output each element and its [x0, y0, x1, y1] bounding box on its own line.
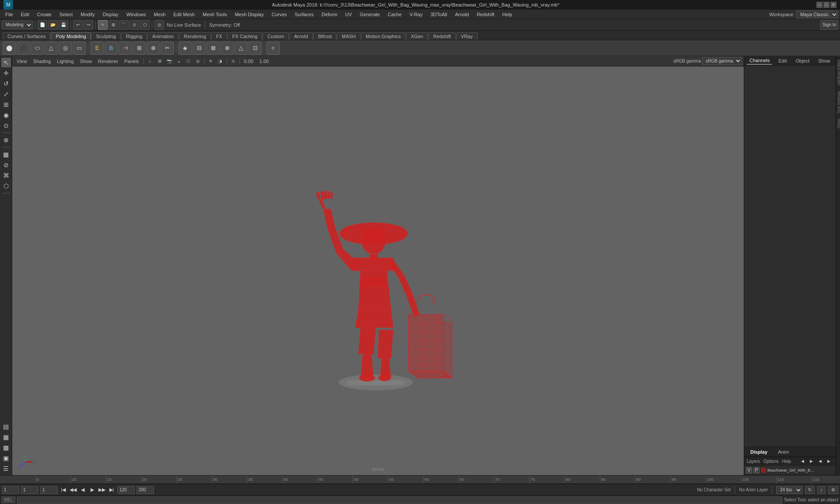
step-back-button[interactable]: ◀◀ [69, 486, 77, 494]
node-editor-lt[interactable]: ▦ [1, 432, 11, 442]
menu-cache[interactable]: Cache [384, 11, 405, 18]
shelf-icon-subdivide[interactable]: ⊟ [192, 42, 206, 55]
frame-range-end[interactable] [136, 486, 154, 494]
rotate-tool-lt[interactable]: ↺ [1, 79, 11, 88]
sign-in-button[interactable]: Sign In [820, 20, 838, 30]
shelf-tab-redshift[interactable]: Redshift [428, 32, 455, 40]
snap-together-lt[interactable]: ⊗ [1, 135, 11, 145]
snap-point-button[interactable]: ⊙ [130, 20, 139, 30]
vp-menu-show[interactable]: Show [77, 58, 95, 65]
make-live-button[interactable]: ◎ [154, 20, 164, 30]
ch-tab-channels[interactable]: Channels [747, 57, 772, 65]
da-tab-anim[interactable]: Anim [774, 448, 792, 455]
shelf-icon-extrude[interactable]: E [91, 42, 104, 55]
step-forward-button[interactable]: ▶▶ [98, 486, 106, 494]
shelf-icon-boolean[interactable]: ⊗ [220, 42, 234, 55]
shelf-icon-triangulate[interactable]: △ [234, 42, 248, 55]
timeline-settings-btn[interactable]: ⚙ [828, 486, 838, 494]
vp-shadow-btn[interactable]: ◑ [216, 57, 225, 65]
current-frame[interactable] [21, 486, 38, 494]
menu-generate[interactable]: Generate [356, 11, 383, 18]
vp-menu-view[interactable]: View [14, 58, 30, 65]
timeline-area[interactable]: 5 10 15 20 25 30 35 40 45 50 55 60 65 70… [0, 475, 840, 484]
menu-edit-mesh[interactable]: Edit Mesh [170, 11, 198, 18]
snap-surface-button[interactable]: ⬡ [140, 20, 150, 30]
go-start-button[interactable]: |◀ [60, 486, 67, 494]
options-link[interactable]: Options [763, 459, 778, 464]
menu-3dtoall[interactable]: 3DToAll [427, 11, 451, 18]
scale-tool-lt[interactable]: ⤢ [1, 89, 11, 99]
layers-link[interactable]: Layers [747, 459, 760, 464]
shelf-icon-torus[interactable]: ◎ [59, 42, 72, 55]
menu-modify[interactable]: Modify [77, 11, 98, 18]
menu-windows[interactable]: Windows [123, 11, 150, 18]
mode-dropdown[interactable]: Modeling [2, 21, 33, 29]
shelf-icon-bevel[interactable]: B [105, 42, 118, 55]
vp-menu-renderer[interactable]: Renderer [95, 58, 121, 65]
layer-scroll-left2[interactable]: ◀ [816, 457, 824, 465]
mel-input[interactable] [17, 497, 783, 504]
shelf-tab-poly-modeling[interactable]: Poly Modeling [51, 32, 91, 40]
menu-help[interactable]: Help [499, 11, 516, 18]
play-forward-button[interactable]: ▶ [88, 486, 96, 494]
snap-grid-button[interactable]: ⊞ [108, 20, 118, 30]
menu-vray[interactable]: V-Ray [406, 11, 426, 18]
layer-p-checkbox[interactable]: P [753, 467, 760, 473]
layer-scroll-right1[interactable]: ▶ [808, 457, 816, 465]
channel-lt[interactable]: ▣ [1, 453, 11, 463]
shelf-tab-bifrost[interactable]: Bifrost [313, 32, 336, 40]
xgen-label[interactable]: XGen [836, 117, 840, 130]
paint-lt[interactable]: ⊘ [1, 160, 11, 170]
audio-btn[interactable]: ♪ [817, 486, 826, 494]
open-file-button[interactable]: 📂 [48, 20, 58, 30]
redo-button[interactable]: ↪ [84, 20, 93, 30]
shelf-icon-target-weld[interactable]: ⊕ [147, 42, 160, 55]
shelf-tab-fx-caching[interactable]: FX Caching [228, 32, 262, 40]
loop-btn[interactable]: ↻ [805, 486, 815, 494]
vp-menu-lighting[interactable]: Lighting [54, 58, 77, 65]
layer-editor-lt[interactable]: ▤ [1, 422, 11, 431]
save-file-button[interactable]: 💾 [59, 20, 68, 30]
shelf-tab-vray[interactable]: VRay [456, 32, 478, 40]
playback-end-frame[interactable] [117, 486, 135, 494]
new-file-button[interactable]: 📄 [38, 20, 47, 30]
shelf-icon-bridge[interactable]: ⊣ [119, 42, 132, 55]
ch-tab-show[interactable]: Show [816, 57, 833, 64]
menu-mesh-display[interactable]: Mesh Display [231, 11, 267, 18]
workspace-dropdown[interactable]: Maya Classic [796, 10, 838, 18]
menu-surfaces[interactable]: Surfaces [291, 11, 317, 18]
shelf-tab-xgen[interactable]: XGen [406, 32, 428, 40]
shelf-tab-sculpting[interactable]: Sculpting [91, 32, 121, 40]
shelf-tab-custom[interactable]: Custom [262, 32, 289, 40]
show-manipulator-lt[interactable]: ⊙ [1, 121, 11, 130]
shelf-tab-arnold[interactable]: Arnold [289, 32, 313, 40]
soft-select-lt[interactable]: ◉ [1, 110, 11, 120]
shelf-tab-mash[interactable]: MASH [337, 32, 360, 40]
close-button[interactable]: ✕ [830, 2, 836, 8]
universal-tool-lt[interactable]: ⊞ [1, 100, 11, 109]
shelf-icon-sphere[interactable]: ⬤ [3, 42, 16, 55]
vp-menu-shading[interactable]: Shading [31, 58, 53, 65]
layer-scroll-left1[interactable]: ◀ [799, 457, 807, 465]
vp-light-btn[interactable]: ☀ [206, 57, 215, 65]
minimize-button[interactable]: ─ [816, 2, 822, 8]
list-lt[interactable]: ☰ [1, 464, 11, 473]
menu-edit[interactable]: Edit [18, 11, 33, 18]
layer-scroll-right2[interactable]: ▶ [825, 457, 833, 465]
layer-v-checkbox[interactable]: V [746, 467, 752, 473]
vp-display-btn[interactable]: ⊙ [229, 57, 238, 65]
menu-mesh[interactable]: Mesh [150, 11, 169, 18]
shelf-tab-fx[interactable]: FX [211, 32, 227, 40]
select-tool-lt[interactable]: ↖ [1, 58, 11, 67]
ch-tab-edit[interactable]: Edit [776, 57, 789, 64]
measure-lt[interactable]: ▦ [1, 150, 11, 159]
snap-curve-button[interactable]: ⌒ [119, 20, 129, 30]
maximize-button[interactable]: □ [823, 2, 830, 8]
shelf-tab-motion-graphics[interactable]: Motion Graphics [361, 32, 406, 40]
menu-mesh-tools[interactable]: Mesh Tools [199, 11, 230, 18]
vp-cam-btn[interactable]: 📷 [165, 57, 174, 65]
shelf-tab-rendering[interactable]: Rendering [179, 32, 211, 40]
shelf-icon-add[interactable]: + [266, 42, 280, 55]
shelf-icon-cube[interactable]: ⬛ [17, 42, 30, 55]
fps-dropdown[interactable]: 24 fps [776, 486, 802, 494]
